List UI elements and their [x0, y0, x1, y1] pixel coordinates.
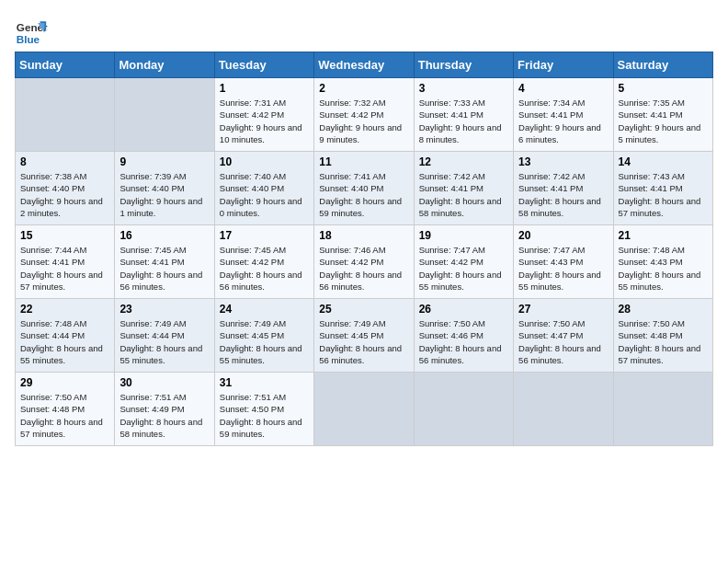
- day-number: 15: [20, 229, 109, 242]
- day-number: 31: [220, 376, 309, 389]
- calendar-cell: 10 Sunrise: 7:40 AMSunset: 4:40 PMDaylig…: [214, 152, 313, 225]
- calendar-cell: 9 Sunrise: 7:39 AMSunset: 4:40 PMDayligh…: [115, 152, 214, 225]
- cell-info: Sunrise: 7:50 AMSunset: 4:47 PMDaylight:…: [518, 318, 601, 365]
- day-header-sunday: Sunday: [16, 52, 115, 78]
- day-header-thursday: Thursday: [414, 52, 513, 78]
- day-number: 27: [518, 303, 608, 316]
- cell-info: Sunrise: 7:33 AMSunset: 4:41 PMDaylight:…: [419, 98, 502, 144]
- calendar-cell: 5 Sunrise: 7:35 AMSunset: 4:41 PMDayligh…: [613, 78, 712, 152]
- cell-info: Sunrise: 7:31 AMSunset: 4:42 PMDaylight:…: [220, 98, 302, 144]
- day-number: 25: [319, 303, 408, 316]
- day-header-friday: Friday: [514, 52, 613, 78]
- svg-text:Blue: Blue: [17, 33, 40, 45]
- calendar-cell: [115, 78, 214, 152]
- cell-info: Sunrise: 7:49 AMSunset: 4:45 PMDaylight:…: [319, 318, 402, 365]
- calendar-cell: 4 Sunrise: 7:34 AMSunset: 4:41 PMDayligh…: [514, 78, 613, 152]
- day-number: 16: [119, 229, 209, 242]
- calendar-cell: [613, 373, 712, 446]
- calendar-cell: 15 Sunrise: 7:44 AMSunset: 4:41 PMDaylig…: [16, 225, 115, 299]
- cell-info: Sunrise: 7:48 AMSunset: 4:44 PMDaylight:…: [20, 318, 103, 365]
- calendar-cell: 19 Sunrise: 7:47 AMSunset: 4:42 PMDaylig…: [414, 225, 513, 299]
- day-header-saturday: Saturday: [613, 52, 712, 78]
- calendar-cell: 31 Sunrise: 7:51 AMSunset: 4:50 PMDaylig…: [214, 373, 313, 446]
- cell-info: Sunrise: 7:49 AMSunset: 4:45 PMDaylight:…: [220, 318, 302, 365]
- day-number: 28: [619, 303, 708, 316]
- cell-info: Sunrise: 7:40 AMSunset: 4:40 PMDaylight:…: [220, 171, 302, 218]
- calendar-cell: 12 Sunrise: 7:42 AMSunset: 4:41 PMDaylig…: [414, 152, 513, 225]
- day-number: 19: [419, 229, 508, 242]
- calendar-cell: [414, 373, 513, 446]
- cell-info: Sunrise: 7:38 AMSunset: 4:40 PMDaylight:…: [20, 171, 103, 218]
- cell-info: Sunrise: 7:39 AMSunset: 4:40 PMDaylight:…: [119, 171, 202, 218]
- day-number: 1: [220, 82, 309, 95]
- day-number: 10: [220, 155, 309, 168]
- cell-info: Sunrise: 7:45 AMSunset: 4:41 PMDaylight:…: [119, 245, 202, 292]
- cell-info: Sunrise: 7:42 AMSunset: 4:41 PMDaylight:…: [518, 171, 601, 218]
- day-header-tuesday: Tuesday: [214, 52, 313, 78]
- day-number: 29: [20, 376, 109, 389]
- calendar-cell: 14 Sunrise: 7:43 AMSunset: 4:41 PMDaylig…: [613, 152, 712, 225]
- day-number: 20: [518, 229, 608, 242]
- cell-info: Sunrise: 7:50 AMSunset: 4:48 PMDaylight:…: [20, 392, 103, 439]
- day-header-wednesday: Wednesday: [314, 52, 414, 78]
- calendar-cell: 2 Sunrise: 7:32 AMSunset: 4:42 PMDayligh…: [314, 78, 414, 152]
- cell-info: Sunrise: 7:47 AMSunset: 4:43 PMDaylight:…: [518, 245, 601, 292]
- calendar-cell: [514, 373, 613, 446]
- calendar-cell: 1 Sunrise: 7:31 AMSunset: 4:42 PMDayligh…: [214, 78, 313, 152]
- day-number: 9: [119, 155, 209, 168]
- day-number: 30: [119, 376, 209, 389]
- cell-info: Sunrise: 7:32 AMSunset: 4:42 PMDaylight:…: [319, 98, 402, 144]
- cell-info: Sunrise: 7:45 AMSunset: 4:42 PMDaylight:…: [220, 245, 302, 292]
- calendar-cell: [16, 78, 115, 152]
- calendar-cell: 27 Sunrise: 7:50 AMSunset: 4:47 PMDaylig…: [514, 299, 613, 373]
- calendar-cell: 17 Sunrise: 7:45 AMSunset: 4:42 PMDaylig…: [214, 225, 313, 299]
- day-number: 5: [619, 82, 708, 95]
- cell-info: Sunrise: 7:51 AMSunset: 4:49 PMDaylight:…: [119, 392, 202, 439]
- calendar-cell: [314, 373, 414, 446]
- day-number: 11: [319, 155, 408, 168]
- cell-info: Sunrise: 7:51 AMSunset: 4:50 PMDaylight:…: [220, 392, 302, 439]
- day-header-monday: Monday: [115, 52, 214, 78]
- day-number: 4: [518, 82, 608, 95]
- calendar-cell: 16 Sunrise: 7:45 AMSunset: 4:41 PMDaylig…: [115, 225, 214, 299]
- calendar-cell: 25 Sunrise: 7:49 AMSunset: 4:45 PMDaylig…: [314, 299, 414, 373]
- cell-info: Sunrise: 7:50 AMSunset: 4:46 PMDaylight:…: [419, 318, 502, 365]
- day-number: 17: [220, 229, 309, 242]
- day-number: 3: [419, 82, 508, 95]
- cell-info: Sunrise: 7:46 AMSunset: 4:42 PMDaylight:…: [319, 245, 402, 292]
- calendar-cell: 26 Sunrise: 7:50 AMSunset: 4:46 PMDaylig…: [414, 299, 513, 373]
- day-number: 12: [419, 155, 508, 168]
- logo: General Blue: [15, 15, 48, 48]
- calendar-cell: 28 Sunrise: 7:50 AMSunset: 4:48 PMDaylig…: [613, 299, 712, 373]
- logo-icon: General Blue: [15, 15, 48, 48]
- cell-info: Sunrise: 7:49 AMSunset: 4:44 PMDaylight:…: [119, 318, 202, 365]
- day-number: 8: [20, 155, 109, 168]
- day-number: 22: [20, 303, 109, 316]
- cell-info: Sunrise: 7:50 AMSunset: 4:48 PMDaylight:…: [619, 318, 701, 365]
- calendar-cell: 24 Sunrise: 7:49 AMSunset: 4:45 PMDaylig…: [214, 299, 313, 373]
- calendar-cell: 20 Sunrise: 7:47 AMSunset: 4:43 PMDaylig…: [514, 225, 613, 299]
- calendar-cell: 13 Sunrise: 7:42 AMSunset: 4:41 PMDaylig…: [514, 152, 613, 225]
- cell-info: Sunrise: 7:47 AMSunset: 4:42 PMDaylight:…: [419, 245, 502, 292]
- cell-info: Sunrise: 7:43 AMSunset: 4:41 PMDaylight:…: [619, 171, 701, 218]
- day-number: 18: [319, 229, 408, 242]
- calendar-cell: 11 Sunrise: 7:41 AMSunset: 4:40 PMDaylig…: [314, 152, 414, 225]
- calendar-cell: 3 Sunrise: 7:33 AMSunset: 4:41 PMDayligh…: [414, 78, 513, 152]
- calendar-cell: 23 Sunrise: 7:49 AMSunset: 4:44 PMDaylig…: [115, 299, 214, 373]
- calendar-cell: 8 Sunrise: 7:38 AMSunset: 4:40 PMDayligh…: [16, 152, 115, 225]
- calendar-cell: 18 Sunrise: 7:46 AMSunset: 4:42 PMDaylig…: [314, 225, 414, 299]
- day-number: 24: [220, 303, 309, 316]
- calendar-table: SundayMondayTuesdayWednesdayThursdayFrid…: [15, 52, 713, 446]
- calendar-cell: 30 Sunrise: 7:51 AMSunset: 4:49 PMDaylig…: [115, 373, 214, 446]
- day-number: 26: [419, 303, 508, 316]
- cell-info: Sunrise: 7:42 AMSunset: 4:41 PMDaylight:…: [419, 171, 502, 218]
- cell-info: Sunrise: 7:35 AMSunset: 4:41 PMDaylight:…: [619, 98, 701, 144]
- day-number: 2: [319, 82, 408, 95]
- calendar-cell: 21 Sunrise: 7:48 AMSunset: 4:43 PMDaylig…: [613, 225, 712, 299]
- cell-info: Sunrise: 7:48 AMSunset: 4:43 PMDaylight:…: [619, 245, 701, 292]
- day-number: 21: [619, 229, 708, 242]
- day-number: 23: [119, 303, 209, 316]
- calendar-cell: 22 Sunrise: 7:48 AMSunset: 4:44 PMDaylig…: [16, 299, 115, 373]
- page-header: General Blue: [15, 15, 713, 48]
- cell-info: Sunrise: 7:44 AMSunset: 4:41 PMDaylight:…: [20, 245, 103, 292]
